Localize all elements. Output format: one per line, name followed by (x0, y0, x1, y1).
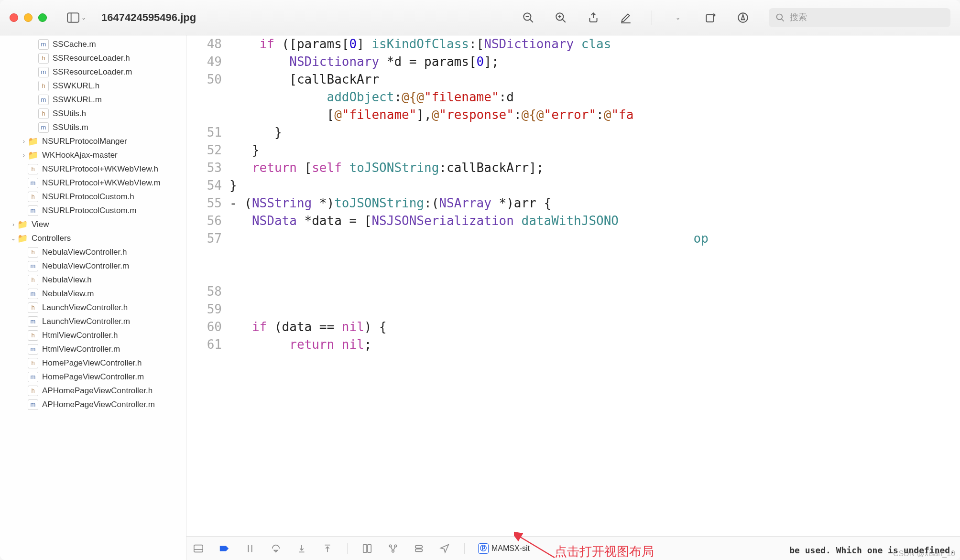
file-item[interactable]: hNebulaViewController.h (0, 245, 186, 259)
code-line[interactable]: if (data == nil) { (229, 318, 960, 336)
line-number[interactable]: 50 (186, 71, 222, 88)
file-item[interactable]: hNSURLProtocolCustom.h (0, 190, 186, 204)
line-number[interactable]: 49 (186, 53, 222, 71)
svg-rect-10 (706, 14, 713, 22)
header-file-icon: h (28, 275, 38, 285)
zoom-in-button[interactable] (554, 11, 567, 24)
header-file-icon: h (38, 53, 49, 64)
rotate-button[interactable] (704, 11, 717, 24)
code-line[interactable]: } (229, 124, 960, 141)
scheme-badge[interactable]: ⓟ MAMSX-sit (478, 543, 530, 554)
code-line[interactable]: [callBackArr (229, 71, 960, 88)
code-line[interactable]: } (229, 141, 960, 159)
line-number[interactable] (186, 106, 222, 124)
code-line[interactable]: addObject:@{@"filename":d (229, 88, 960, 106)
file-item[interactable]: hLaunchViewController.h (0, 301, 186, 314)
file-item[interactable]: mNSURLProtocol+WKWebVIew.m (0, 176, 186, 190)
file-item[interactable]: hNebulaView.h (0, 273, 186, 287)
file-item[interactable]: mSSResourceLoader.m (0, 65, 186, 79)
disclosure-icon[interactable]: ⌄ (10, 235, 17, 242)
divider (464, 543, 465, 554)
code-area[interactable]: 4849505152535455565758596061 if ([params… (186, 35, 960, 536)
code-line[interactable]: NSDictionary *d = params[0]; (229, 53, 960, 71)
file-item[interactable]: mLaunchViewController.m (0, 314, 186, 328)
line-number[interactable]: 61 (186, 336, 222, 354)
line-number[interactable]: 55 (186, 194, 222, 212)
code-line[interactable] (229, 283, 960, 301)
file-item[interactable]: hHomePageViewController.h (0, 356, 186, 370)
close-button[interactable] (10, 13, 18, 22)
code-line[interactable] (229, 301, 960, 318)
line-number[interactable]: 48 (186, 35, 222, 53)
minimize-button[interactable] (24, 13, 33, 22)
file-item[interactable]: hHtmlViewController.h (0, 328, 186, 342)
code-line[interactable]: } (229, 177, 960, 194)
pause-icon[interactable] (244, 542, 256, 555)
line-number[interactable]: 59 (186, 301, 222, 318)
folder-item[interactable]: ›📁NSURLProtocolManger (0, 134, 186, 148)
code-line[interactable]: if ([params[0] isKindOfClass:[NSDictiona… (229, 35, 960, 53)
more-button[interactable]: ⌄ (671, 11, 685, 24)
code-line[interactable] (229, 265, 960, 283)
markup-button[interactable] (619, 11, 633, 24)
console-toggle-icon[interactable] (192, 542, 205, 555)
code-line[interactable] (229, 248, 960, 265)
line-number[interactable]: 57 (186, 230, 222, 248)
file-item[interactable]: hSSResourceLoader.h (0, 51, 186, 65)
file-item[interactable]: mSSCache.m (0, 37, 186, 51)
search-input[interactable] (790, 12, 944, 22)
code-line[interactable]: return nil; (229, 336, 960, 354)
folder-item[interactable]: ⌄📁Controllers (0, 231, 186, 245)
line-number[interactable]: 60 (186, 318, 222, 336)
file-item[interactable]: hNSURLProtocol+WKWebVIew.h (0, 162, 186, 176)
line-number[interactable]: 54 (186, 177, 222, 194)
code-line[interactable]: return [self toJSONString:callBackArr]; (229, 159, 960, 177)
sidebar-toggle[interactable]: ⌄ (67, 12, 86, 23)
breakpoint-icon[interactable] (218, 542, 230, 555)
disclosure-icon[interactable]: › (20, 152, 28, 159)
code-content[interactable]: if ([params[0] isKindOfClass:[NSDictiona… (229, 35, 960, 536)
line-number[interactable]: 51 (186, 124, 222, 141)
file-item[interactable]: mAPHomePageViewController.m (0, 398, 186, 411)
code-line[interactable]: [@"filename"],@"response":@{@"error":@"f… (229, 106, 960, 124)
file-item[interactable]: mNSURLProtocolCustom.m (0, 204, 186, 217)
line-number[interactable]: 53 (186, 159, 222, 177)
folder-item[interactable]: ›📁WKHookAjax-master (0, 148, 186, 162)
file-item[interactable]: mSSUtils.m (0, 120, 186, 134)
code-line[interactable]: - (NSString *)toJSONString:(NSArray *)ar… (229, 194, 960, 212)
memory-graph-icon[interactable] (387, 542, 399, 555)
line-number[interactable] (186, 248, 222, 265)
line-number[interactable]: 56 (186, 212, 222, 230)
override-icon[interactable] (413, 542, 425, 555)
step-over-icon[interactable] (270, 542, 282, 555)
disclosure-icon[interactable]: › (20, 138, 28, 145)
location-icon[interactable] (438, 542, 451, 555)
step-into-icon[interactable] (295, 542, 308, 555)
maximize-button[interactable] (38, 13, 47, 22)
code-line[interactable]: op (229, 230, 960, 248)
file-item[interactable]: mHomePageViewController.m (0, 370, 186, 384)
svg-rect-29 (415, 545, 423, 548)
folder-item[interactable]: ›📁View (0, 217, 186, 231)
file-item[interactable]: mNebulaViewController.m (0, 259, 186, 273)
file-item[interactable]: mSSWKURL.m (0, 93, 186, 107)
file-item[interactable]: hSSWKURL.h (0, 79, 186, 93)
line-number[interactable]: 52 (186, 141, 222, 159)
file-item[interactable]: hAPHomePageViewController.h (0, 384, 186, 398)
annotate-button[interactable] (736, 11, 750, 24)
file-item[interactable]: mNebulaView.m (0, 287, 186, 301)
step-out-icon[interactable] (321, 542, 334, 555)
line-number[interactable] (186, 265, 222, 283)
titlebar: ⌄ 1647424595496.jpg ⌄ (0, 0, 960, 35)
line-number[interactable]: 58 (186, 283, 222, 301)
zoom-out-button[interactable] (522, 11, 535, 24)
disclosure-icon[interactable]: › (10, 221, 17, 228)
search-box[interactable] (769, 8, 950, 27)
code-line[interactable]: NSData *data = [NSJSONSerialization data… (229, 212, 960, 230)
view-debug-icon[interactable] (361, 542, 373, 555)
file-item[interactable]: hSSUtils.h (0, 107, 186, 120)
line-number[interactable] (186, 88, 222, 106)
file-navigator[interactable]: mSSCache.mhSSResourceLoader.hmSSResource… (0, 35, 186, 560)
file-item[interactable]: mHtmlViewController.m (0, 342, 186, 356)
share-button[interactable] (587, 11, 600, 24)
